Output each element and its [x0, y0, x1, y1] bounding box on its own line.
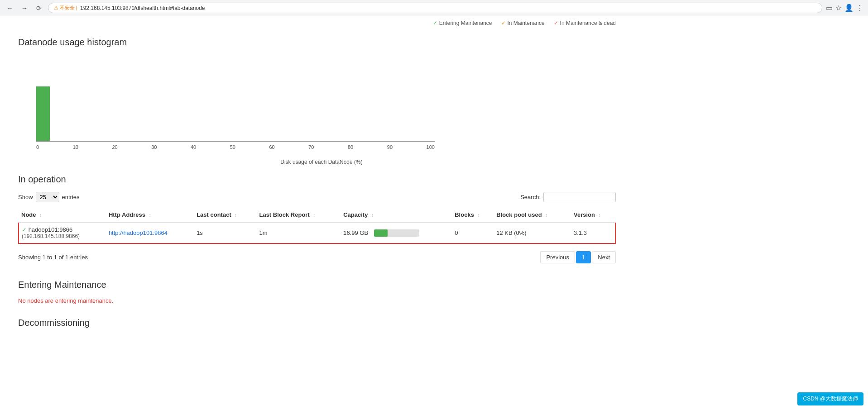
col-last-block-sort-icon: ↕: [313, 213, 315, 218]
http-address-link[interactable]: http://hadoop101:9864: [109, 229, 168, 236]
tick-100: 100: [427, 144, 435, 150]
tick-20: 20: [112, 144, 117, 150]
address-bar: ⚠ 不安全 | 192.168.145.103:9870/dfshealth.h…: [48, 3, 822, 13]
capacity-cell: 16.99 GB: [343, 229, 449, 237]
browser-chrome: ← → ⟳ ⚠ 不安全 | 192.168.145.103:9870/dfshe…: [0, 0, 868, 16]
back-button[interactable]: ←: [5, 3, 15, 14]
entries-select[interactable]: 25 10 50 100: [36, 192, 59, 202]
hist-bar-label-0: 1: [42, 79, 44, 84]
legend-maintenance-dead: ✓ In Maintenance & dead: [554, 20, 616, 26]
table-controls: Show 25 10 50 100 entries Search:: [18, 192, 616, 202]
cell-node: ✓ hadoop101:9866 (192.168.145.188:9866): [19, 222, 106, 243]
last-contact-value: 1s: [197, 229, 203, 236]
show-label: Show: [18, 194, 33, 200]
col-last-contact[interactable]: Last contact ↕: [194, 208, 256, 222]
page-1-button[interactable]: 1: [576, 251, 591, 263]
cast-icon[interactable]: ▭: [826, 4, 833, 12]
histogram-container: 1 0 10 20 30 40 50 60 70 80 90 100: [27, 55, 435, 154]
table-row: ✓ hadoop101:9866 (192.168.145.188:9866) …: [19, 222, 615, 243]
tick-10: 10: [73, 144, 78, 150]
col-version-sort-icon: ↕: [599, 213, 601, 218]
col-blocks-sort-icon: ↕: [478, 213, 480, 218]
profile-icon[interactable]: 👤: [844, 4, 854, 12]
col-block-pool-label: Block pool used: [496, 211, 542, 218]
tick-90: 90: [387, 144, 393, 150]
block-pool-used-value: 12 KB (0%): [496, 229, 526, 236]
col-block-pool-sort-icon: ↕: [545, 213, 547, 218]
cell-last-block-report: 1m: [256, 222, 340, 243]
cell-capacity: 16.99 GB: [340, 222, 452, 243]
col-last-contact-label: Last contact: [197, 211, 231, 218]
tick-60: 60: [269, 144, 274, 150]
check-icon-green: ✓: [433, 20, 437, 26]
col-capacity-label: Capacity: [343, 211, 368, 218]
cell-block-pool-used: 12 KB (0%): [494, 222, 571, 243]
col-version-label: Version: [574, 211, 595, 218]
tick-0: 0: [36, 144, 39, 150]
no-nodes-text: No nodes are entering maintenance.: [18, 297, 616, 304]
search-control: Search:: [520, 192, 616, 202]
col-node-sort-icon: ↕: [39, 213, 42, 218]
tick-80: 80: [348, 144, 353, 150]
capacity-bar-bg: [374, 229, 419, 237]
security-warning: ⚠ 不安全 |: [54, 5, 77, 11]
search-label: Search:: [520, 194, 541, 200]
legend-entering-maintenance: ✓ Entering Maintenance: [433, 20, 492, 26]
showing-text: Showing 1 to 1 of 1 entries: [18, 254, 88, 261]
node-name: ✓ hadoop101:9866: [22, 226, 103, 233]
cell-http-address: http://hadoop101:9864: [106, 222, 194, 243]
url-text: 192.168.145.103:9870/dfshealth.html#tab-…: [80, 5, 816, 11]
entering-maintenance-section: Entering Maintenance No nodes are enteri…: [18, 280, 616, 304]
bookmark-icon[interactable]: ☆: [835, 4, 842, 12]
col-capacity[interactable]: Capacity ↕: [340, 208, 452, 222]
cell-last-contact: 1s: [194, 222, 256, 243]
decommissioning-title: Decommissioning: [18, 318, 616, 328]
node-cell: ✓ hadoop101:9866 (192.168.145.188:9866): [22, 226, 103, 239]
legend-maintenance-dead-label: In Maintenance & dead: [560, 20, 616, 26]
table-header-row: Node ↕ Http Address ↕ Last contact ↕ Las…: [19, 208, 615, 222]
histogram-bar-0: 1: [36, 86, 50, 141]
legend-entering-maintenance-label: Entering Maintenance: [439, 20, 492, 26]
pagination: Previous 1 Next: [540, 251, 616, 263]
node-ip: (192.168.145.188:9866): [22, 233, 103, 239]
in-operation-title: In operation: [18, 174, 616, 185]
menu-icon[interactable]: ⋮: [856, 4, 863, 12]
search-input[interactable]: [543, 192, 616, 202]
reload-button[interactable]: ⟳: [34, 3, 44, 14]
legend-in-maintenance: ✓ In Maintenance: [501, 20, 545, 26]
blocks-value: 0: [455, 229, 458, 236]
col-version[interactable]: Version ↕: [571, 208, 615, 222]
table-footer: Showing 1 to 1 of 1 entries Previous 1 N…: [18, 248, 616, 266]
col-http-address[interactable]: Http Address ↕: [106, 208, 194, 222]
tick-50: 50: [230, 144, 235, 150]
tick-40: 40: [191, 144, 196, 150]
col-blocks[interactable]: Blocks ↕: [452, 208, 494, 222]
col-node[interactable]: Node ↕: [19, 208, 106, 222]
previous-button[interactable]: Previous: [540, 251, 575, 263]
x-axis: [36, 141, 435, 142]
x-axis-label: Disk usage of each DataNode (%): [27, 159, 616, 165]
entries-label: entries: [62, 194, 80, 200]
legend-in-maintenance-label: In Maintenance: [508, 20, 545, 26]
tick-70: 70: [308, 144, 314, 150]
version-value: 3.1.3: [574, 229, 587, 236]
node-name-text: hadoop101:9866: [29, 226, 73, 233]
col-http-label: Http Address: [109, 211, 145, 218]
legend-row: ✓ Entering Maintenance ✓ In Maintenance …: [18, 16, 616, 28]
last-block-report-value: 1m: [259, 229, 267, 236]
show-entries-control: Show 25 10 50 100 entries: [18, 192, 80, 202]
col-blocks-label: Blocks: [455, 211, 474, 218]
decommissioning-section: Decommissioning: [18, 318, 616, 328]
col-last-contact-sort-icon: ↕: [235, 213, 237, 218]
cell-version: 3.1.3: [571, 222, 615, 243]
next-button[interactable]: Next: [592, 251, 616, 263]
capacity-text: 16.99 GB: [343, 229, 370, 236]
histogram-bars: 1: [36, 55, 435, 141]
browser-actions: ▭ ☆ 👤 ⋮: [826, 4, 863, 12]
col-block-pool-used[interactable]: Block pool used ↕: [494, 208, 571, 222]
col-last-block-report[interactable]: Last Block Report ↕: [256, 208, 340, 222]
entering-maintenance-title: Entering Maintenance: [18, 280, 616, 290]
forward-button[interactable]: →: [19, 3, 30, 14]
col-last-block-label: Last Block Report: [259, 211, 309, 218]
cell-blocks: 0: [452, 222, 494, 243]
